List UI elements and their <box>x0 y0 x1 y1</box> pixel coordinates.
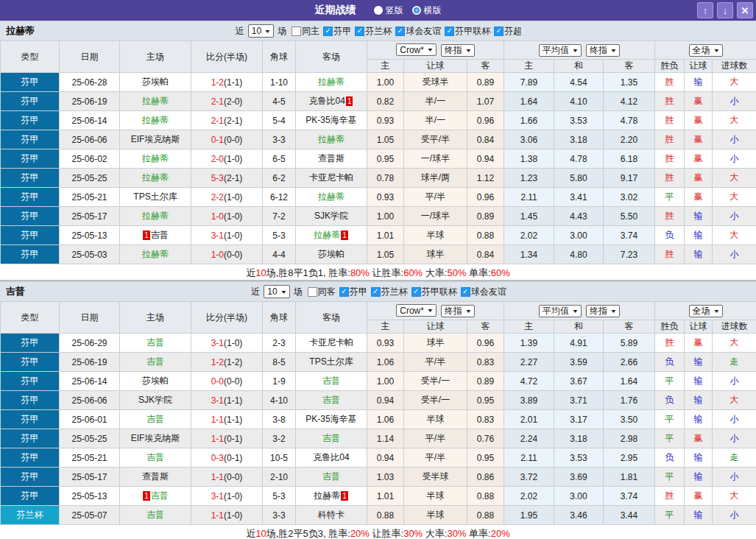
match-date: 25-05-21 <box>60 188 120 207</box>
checkbox-checked-icon[interactable]: ✓ <box>494 27 504 36</box>
league-filter[interactable]: ✓球会友谊 <box>395 25 441 38</box>
league-filter[interactable]: ✓芬甲 <box>339 286 367 298</box>
dropdown-caret-icon: ▼ <box>713 48 720 53</box>
checkbox-checked-icon[interactable]: ✓ <box>461 287 470 297</box>
result-handicap-cell: 赢 <box>685 188 713 207</box>
avg-draw-cell: 5.80 <box>554 169 604 188</box>
team-label: 吉普 <box>146 510 164 520</box>
fulltime-score: 3-1 <box>211 230 224 241</box>
odds-home-cell: 1.06 <box>367 353 404 372</box>
score-cell: 1-1(1-0) <box>191 506 263 525</box>
league-filter[interactable]: ✓芬甲 <box>323 25 351 38</box>
summary-line: 近10场,胜2平5负3, 胜率:20% 让胜率:30% 大率:30% 单率:20… <box>0 525 756 539</box>
league-type-cell: 芬甲 <box>1 245 60 264</box>
radio-horizontal[interactable]: 横版 <box>412 4 442 17</box>
away-team-cell: 吉普 <box>296 372 367 391</box>
corner-count: 3-2 <box>263 429 296 448</box>
odds-handicap-cell: 受球半 <box>404 73 467 92</box>
results-table: 类型日期主场比分(半场)角球客场Crow*▼终指▼平均值▼终指▼全场▼主让球客主… <box>0 301 756 525</box>
result-handicap-cell: 输 <box>685 391 713 410</box>
team-label: 莎埃帕 <box>142 77 169 87</box>
halftime-score: (1-0) <box>224 510 242 521</box>
result-outcome-cell: 平 <box>655 188 685 207</box>
fulltime-score: 2-1 <box>211 96 224 107</box>
odds-stage-select[interactable]: 终指▼ <box>441 305 475 317</box>
odds-stage-select[interactable]: 终指▼ <box>441 44 475 57</box>
match-date: 25-06-06 <box>60 391 120 410</box>
scope-select[interactable]: 全场▼ <box>689 305 723 317</box>
match-count-select[interactable]: 10▼ <box>264 285 289 298</box>
result-goals-cell: 大 <box>713 73 756 92</box>
league-filter[interactable]: ✓芬甲联杯 <box>411 286 457 298</box>
col-header-avg-home: 主 <box>504 60 554 73</box>
away-team-cell: PK-35海辛基 <box>296 410 367 429</box>
result-handicap-cell: 赢 <box>685 149 713 169</box>
average-select[interactable]: 平均值▼ <box>539 305 582 317</box>
league-filter[interactable]: ✓芬甲联杯 <box>445 25 490 38</box>
league-filter[interactable]: ✓芬超 <box>494 25 522 38</box>
odds-away-cell: 0.96 <box>467 334 504 353</box>
match-row: 芬甲25-06-06EIF埃克纳斯0-1(0-0)3-3拉赫蒂1.05受平/半0… <box>1 130 756 149</box>
avg-home-cell: 7.89 <box>504 73 554 92</box>
checkbox-checked-icon[interactable]: ✓ <box>445 27 454 36</box>
league-type-cell: 芬甲 <box>1 410 60 429</box>
match-row: 芬甲25-05-17查普斯1-1(0-0)2-10吉普1.03受半球0.863.… <box>1 468 756 487</box>
result-handicap-cell: 赢 <box>685 487 713 506</box>
radio-vertical[interactable]: 竖版 <box>374 4 403 17</box>
match-count-select[interactable]: 10▼ <box>248 24 274 38</box>
league-type-cell: 芬甲 <box>1 391 60 410</box>
average-select[interactable]: 平均值▼ <box>539 44 582 57</box>
checkbox-checked-icon[interactable]: ✓ <box>323 27 333 36</box>
checkbox-checked-icon[interactable]: ✓ <box>395 27 405 36</box>
same-venue-filter[interactable]: 同主 <box>292 25 319 38</box>
summary-segment: 80% <box>350 267 370 278</box>
summary-segment: 场,胜2平5负3, 胜率: <box>266 528 350 539</box>
scope-select[interactable]: 全场▼ <box>689 44 723 57</box>
match-row: 芬兰杯25-05-07吉普1-1(1-0)3-3科特卡0.88半球0.881.9… <box>1 506 756 525</box>
league-filter[interactable]: ✓球会友谊 <box>461 286 506 298</box>
odds-stage-select-2[interactable]: 终指▼ <box>586 44 620 57</box>
odds-away-cell: 0.88 <box>467 226 504 245</box>
move-down-button[interactable]: ↓ <box>717 2 733 18</box>
away-team-cell: 拉赫蒂 <box>296 188 367 207</box>
checkbox-checked-icon[interactable]: ✓ <box>355 27 364 36</box>
fulltime-score: 1-2 <box>211 77 224 88</box>
same-venue-filter[interactable]: 同客 <box>308 286 336 298</box>
checkbox-unchecked-icon[interactable] <box>292 27 301 36</box>
result-handicap-cell: 输 <box>685 372 713 391</box>
col-header-type: 类型 <box>1 41 60 73</box>
col-header-odds-handicap: 让球 <box>404 320 467 334</box>
league-filter[interactable]: ✓芬兰杯 <box>371 286 408 298</box>
fulltime-score: 1-2 <box>211 357 224 367</box>
checkbox-checked-icon[interactable]: ✓ <box>339 287 349 297</box>
move-up-button[interactable]: ↑ <box>697 2 713 18</box>
halftime-score: (2-1) <box>224 173 242 183</box>
home-team-cell: 莎埃帕 <box>120 372 191 391</box>
league-filter[interactable]: ✓芬兰杯 <box>355 25 392 38</box>
dropdown-caret-icon: ▼ <box>572 309 579 314</box>
close-button[interactable]: ✕ <box>737 2 753 18</box>
checkbox-checked-icon[interactable]: ✓ <box>411 287 421 297</box>
col-header-result-handicap: 让球 <box>685 60 713 73</box>
odds-home-cell: 1.00 <box>367 207 404 226</box>
odds-home-cell: 1.03 <box>367 468 404 487</box>
match-row: 芬甲25-06-29吉普3-1(1-0)2-3卡亚尼卡帕0.93球半0.961.… <box>1 334 756 353</box>
col-header-odds-home: 主 <box>367 320 404 334</box>
corner-count: 4-10 <box>263 391 296 410</box>
odds-stage-select-2[interactable]: 终指▼ <box>586 305 620 317</box>
bookmaker-select[interactable]: Crow*▼ <box>396 304 437 317</box>
result-outcome-cell: 平 <box>655 468 685 487</box>
odds-handicap-cell: 球半 <box>404 334 467 353</box>
checkbox-unchecked-icon[interactable] <box>308 287 317 297</box>
avg-home-cell: 1.23 <box>504 169 554 188</box>
odds-away-cell: 1.07 <box>467 92 504 111</box>
fulltime-score: 5-3 <box>211 173 224 183</box>
result-handicap-cell: 输 <box>685 410 713 429</box>
bookmaker-select[interactable]: Crow*▼ <box>396 43 437 56</box>
score-cell: 2-0(1-0) <box>191 149 263 169</box>
score-cell: 1-2(1-2) <box>191 353 263 372</box>
checkbox-checked-icon[interactable]: ✓ <box>371 287 381 297</box>
result-outcome-cell: 胜 <box>655 130 685 149</box>
away-team-cell: TPS土尔库 <box>296 353 367 372</box>
results-table: 类型日期主场比分(半场)角球客场Crow*▼终指▼平均值▼终指▼全场▼主让球客主… <box>0 40 756 264</box>
